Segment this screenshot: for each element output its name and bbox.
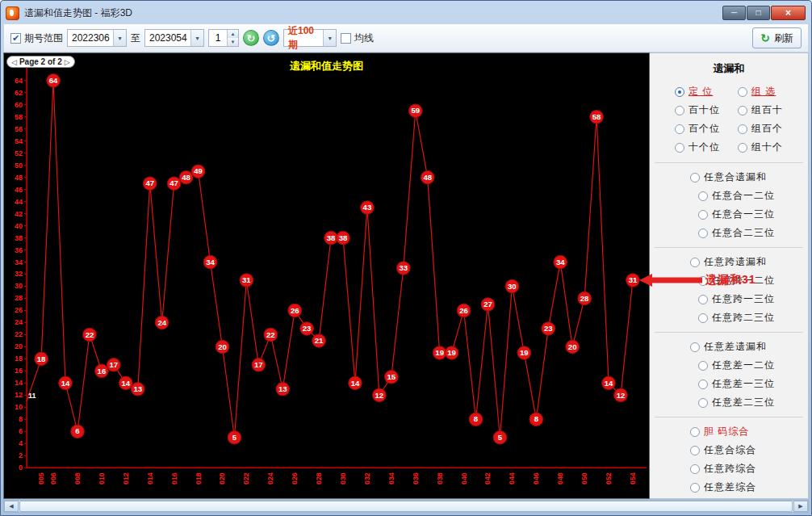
sidebar-radio[interactable]: 十个位 — [675, 141, 720, 154]
scroll-right-button[interactable]: ▶ — [793, 501, 808, 512]
radio-icon[interactable] — [675, 124, 684, 134]
spin-down-icon[interactable]: ▼ — [228, 38, 238, 46]
radio-icon[interactable] — [698, 361, 708, 371]
page-label: Page 2 of 2 — [19, 57, 62, 66]
step-spinner[interactable]: 1 ▲ ▼ — [208, 29, 239, 47]
sidebar-radio[interactable]: 任意跨一三位 — [698, 292, 803, 306]
radio-icon[interactable] — [698, 380, 708, 389]
sidebar-radio[interactable]: 任意差二三位 — [698, 396, 803, 409]
svg-text:2: 2 — [19, 451, 23, 459]
page-next-icon[interactable]: ▷ — [65, 58, 70, 66]
radio-icon[interactable] — [690, 483, 700, 493]
radio-icon[interactable] — [690, 464, 700, 474]
svg-text:6: 6 — [19, 427, 23, 435]
sidebar-radio[interactable]: 任意差遗漏和 — [690, 340, 803, 354]
svg-text:22: 22 — [86, 330, 94, 339]
radio-icon[interactable] — [675, 143, 684, 153]
chevron-down-icon[interactable]: ▾ — [190, 30, 203, 46]
app-icon — [6, 6, 19, 20]
radio-icon[interactable] — [738, 106, 747, 115]
chevron-down-icon[interactable]: ▾ — [113, 30, 126, 46]
svg-text:12: 12 — [617, 391, 626, 400]
green-arrow-button[interactable]: ↻ — [243, 30, 259, 46]
sidebar-radio[interactable]: 任意合二三位 — [698, 226, 803, 240]
svg-text:048: 048 — [556, 472, 564, 485]
svg-text:36: 36 — [15, 246, 23, 254]
radio-label: 十个位 — [689, 141, 720, 154]
radio-icon[interactable] — [675, 106, 684, 115]
radio-label: 任意跨遗漏和 — [704, 255, 767, 269]
sidebar-radio[interactable]: 组 选 — [738, 85, 783, 99]
titlebar: 遗漏和值走势图 - 福彩3D ─ □ × — [3, 2, 809, 23]
svg-text:58: 58 — [592, 112, 601, 121]
radio-icon[interactable] — [698, 276, 708, 286]
sidebar-radio[interactable]: 任意跨综合 — [690, 462, 803, 476]
start-issue-combo[interactable]: 2022306 ▾ — [67, 29, 127, 47]
svg-text:008: 008 — [73, 472, 82, 485]
radio-icon[interactable] — [690, 173, 700, 182]
sidebar-radio[interactable]: 任意跨遗漏和 — [690, 255, 803, 269]
sidebar-radio[interactable]: 组百十 — [738, 103, 783, 117]
sidebar-radio[interactable]: 组十个 — [738, 141, 783, 154]
radio-icon[interactable] — [698, 313, 708, 323]
sidebar-radio[interactable]: 组百个 — [738, 122, 783, 136]
scroll-left-button[interactable]: ◀ — [4, 501, 19, 512]
sidebar-radio[interactable]: 任意合遗漏和 — [690, 170, 803, 184]
chevron-down-icon[interactable]: ▾ — [323, 30, 336, 46]
radio-icon[interactable] — [738, 124, 747, 134]
sidebar-radio[interactable]: 胆 码综合 — [690, 425, 803, 438]
horizontal-scrollbar[interactable]: ◀ ▶ — [3, 500, 809, 513]
radio-icon[interactable] — [690, 446, 700, 455]
svg-text:016: 016 — [170, 472, 178, 485]
radio-icon[interactable] — [698, 398, 708, 408]
sidebar-radio[interactable]: 定 位 — [675, 85, 720, 99]
radio-icon[interactable] — [698, 229, 708, 238]
close-button[interactable]: × — [771, 6, 806, 20]
svg-text:030: 030 — [339, 472, 347, 485]
radio-icon[interactable] — [738, 143, 747, 153]
spin-up-icon[interactable]: ▲ — [228, 30, 238, 38]
ma-checkbox-label: 均线 — [354, 31, 374, 45]
sidebar-radio[interactable]: 百个位 — [675, 122, 720, 136]
sidebar-radio[interactable]: 任意差一三位 — [698, 377, 803, 391]
radio-icon[interactable] — [698, 191, 708, 201]
radio-icon[interactable] — [738, 87, 747, 97]
sidebar-radio[interactable]: 任意合综合 — [690, 443, 803, 457]
radio-icon[interactable] — [690, 427, 700, 437]
scrollbar-track[interactable] — [19, 501, 793, 512]
recent-periods-combo[interactable]: 近100期 ▾ — [283, 29, 337, 47]
radio-icon[interactable] — [698, 210, 708, 220]
radio-icon[interactable] — [698, 295, 708, 304]
minimize-button[interactable]: ─ — [722, 6, 746, 20]
radio-icon[interactable] — [690, 258, 700, 267]
svg-text:30: 30 — [508, 282, 517, 291]
svg-text:28: 28 — [15, 294, 23, 302]
ma-checkbox[interactable]: ✔ — [341, 33, 351, 44]
refresh-button[interactable]: ↻ 刷新 — [752, 27, 802, 48]
scrollbar-thumb[interactable] — [19, 501, 793, 512]
svg-text:59: 59 — [411, 106, 420, 115]
sidebar-radio[interactable]: 任意合一三位 — [698, 208, 803, 221]
svg-text:38: 38 — [15, 234, 23, 242]
radio-icon[interactable] — [675, 87, 684, 97]
radio-label: 任意跨二三位 — [712, 311, 775, 325]
svg-text:28: 28 — [580, 294, 589, 303]
svg-text:20: 20 — [15, 342, 23, 350]
maximize-button[interactable]: □ — [747, 6, 770, 20]
svg-text:58: 58 — [15, 113, 23, 121]
page-prev-icon[interactable]: ◁ — [11, 58, 17, 66]
blue-arrow-button[interactable]: ↺ — [263, 30, 279, 46]
radio-icon[interactable] — [690, 342, 700, 352]
sidebar-radio[interactable]: 任意合一二位 — [698, 189, 803, 203]
range-checkbox[interactable]: ✔ — [10, 33, 21, 44]
svg-text:0: 0 — [19, 464, 23, 472]
svg-text:6: 6 — [75, 426, 79, 435]
sidebar-radio[interactable]: 任意跨一二位 — [698, 274, 803, 287]
sidebar-radio[interactable]: 百十位 — [675, 103, 720, 117]
svg-text:64: 64 — [15, 77, 23, 85]
sidebar-radio[interactable]: 任意差一二位 — [698, 359, 803, 372]
sidebar-radio[interactable]: 任意跨二三位 — [698, 311, 803, 325]
end-issue-combo[interactable]: 2023054 ▾ — [144, 29, 204, 47]
radio-label: 任意跨一二位 — [712, 274, 775, 287]
sidebar-radio[interactable]: 任意差综合 — [690, 480, 803, 494]
